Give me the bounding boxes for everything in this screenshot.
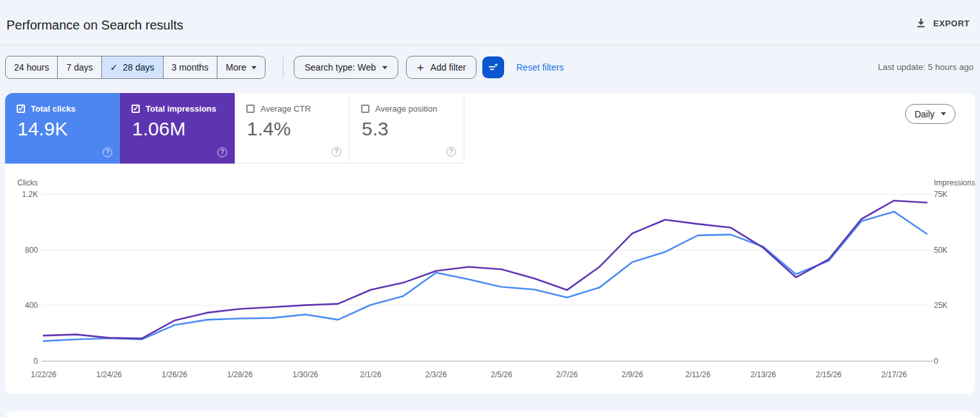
filter-bar-separator — [283, 57, 283, 78]
x-axis-label: 2/13/26 — [741, 370, 786, 379]
help-icon[interactable]: ? — [446, 147, 456, 157]
filter-sparkle-icon — [487, 61, 500, 74]
range-28-days[interactable]: ✓ 28 days — [101, 56, 163, 78]
chevron-down-icon — [251, 66, 257, 69]
search-console-performance-page: Performance on Search results EXPORT 24 … — [0, 0, 980, 417]
performance-chart-card: ✓ Total clicks 14.9K ? ✓ Total impressio… — [5, 93, 975, 394]
total-clicks-tile[interactable]: ✓ Total clicks 14.9K ? — [5, 93, 120, 164]
x-axis-label: 2/15/26 — [806, 370, 851, 379]
plus-icon: + — [417, 62, 424, 74]
average-ctr-value: 1.4% — [247, 118, 340, 140]
average-ctr-tile[interactable]: Average CTR 1.4% ? — [235, 93, 350, 164]
chevron-down-icon — [941, 112, 946, 115]
x-axis-label: 2/1/26 — [348, 370, 393, 379]
y-tick-left: 400 — [5, 301, 38, 310]
total-clicks-value: 14.9K — [17, 118, 111, 140]
header-divider — [0, 45, 980, 46]
average-position-value: 5.3 — [362, 118, 455, 140]
checkbox-checked-icon[interactable]: ✓ — [17, 105, 25, 113]
date-range-group: 24 hours 7 days ✓ 28 days 3 months More — [5, 56, 266, 79]
x-axis-label: 2/9/26 — [610, 370, 655, 379]
reset-filters-link[interactable]: Reset filters — [516, 62, 564, 72]
download-icon — [916, 18, 926, 28]
page-title: Performance on Search results — [6, 18, 183, 33]
help-icon[interactable]: ? — [217, 148, 227, 157]
impressions-series-line — [44, 201, 927, 339]
checkbox-unchecked-icon[interactable] — [246, 105, 255, 113]
y-tick-left: 800 — [5, 246, 38, 255]
next-section-card — [5, 411, 975, 417]
x-axis-label: 1/26/26 — [152, 370, 197, 379]
x-axis-label: 1/28/26 — [217, 370, 262, 379]
checkbox-checked-icon[interactable]: ✓ — [131, 105, 140, 113]
x-axis-label: 2/5/26 — [479, 370, 524, 379]
search-type-dropdown[interactable]: Search type: Web — [294, 56, 398, 79]
granularity-dropdown[interactable]: Daily — [905, 104, 956, 124]
metric-tiles: ✓ Total clicks 14.9K ? ✓ Total impressio… — [5, 93, 464, 164]
range-24-hours[interactable]: 24 hours — [6, 56, 57, 78]
x-axis-label: 1/30/26 — [283, 370, 328, 379]
x-axis-label: 2/17/26 — [872, 370, 917, 379]
y-tick-left: 1.2K — [5, 190, 38, 199]
y-tick-right: 0 — [934, 357, 938, 366]
export-button[interactable]: EXPORT — [916, 18, 970, 28]
left-axis-title: Clicks — [5, 178, 38, 187]
checkbox-unchecked-icon[interactable] — [361, 105, 369, 113]
y-tick-left: 0 — [5, 357, 38, 366]
range-7-days[interactable]: 7 days — [57, 56, 101, 78]
filter-settings-button[interactable] — [482, 56, 504, 78]
x-axis-label: 1/22/26 — [21, 370, 66, 379]
x-axis-label: 2/7/26 — [545, 370, 589, 379]
performance-line-chart[interactable] — [42, 192, 933, 367]
y-tick-right: 50K — [934, 246, 947, 255]
help-icon[interactable]: ? — [332, 147, 341, 157]
average-position-tile[interactable]: Average position 5.3 ? — [350, 93, 464, 164]
check-icon: ✓ — [110, 62, 118, 72]
right-axis-title: Impressions — [934, 178, 975, 187]
help-icon[interactable]: ? — [103, 148, 112, 157]
export-label: EXPORT — [933, 19, 970, 28]
x-axis-label: 1/24/26 — [87, 370, 131, 379]
range-3-months[interactable]: 3 months — [163, 56, 217, 78]
y-tick-right: 25K — [934, 301, 947, 310]
x-axis-label: 2/3/26 — [414, 370, 459, 379]
last-update-text: Last update: 5 hours ago — [878, 62, 974, 72]
total-impressions-value: 1.06M — [132, 118, 226, 140]
x-axis-label: 2/11/26 — [675, 370, 720, 379]
y-tick-right: 75K — [934, 190, 947, 199]
chevron-down-icon — [382, 66, 387, 69]
range-more-dropdown[interactable]: More — [217, 56, 265, 78]
total-impressions-tile[interactable]: ✓ Total impressions 1.06M ? — [120, 93, 235, 164]
add-filter-button[interactable]: + Add filter — [406, 56, 477, 79]
